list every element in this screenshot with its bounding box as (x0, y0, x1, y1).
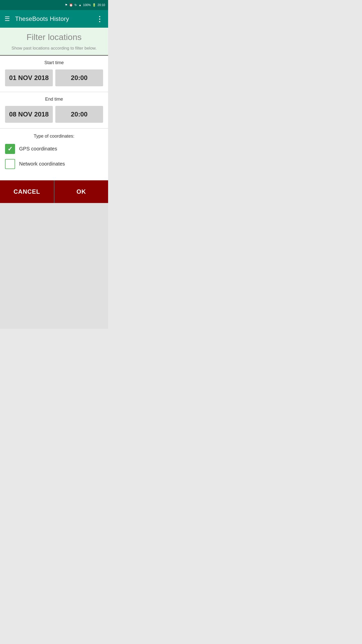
start-date-button[interactable]: 01 NOV 2018 (5, 69, 53, 86)
sync-icon: ↻ (74, 3, 77, 7)
start-time-button[interactable]: 20:00 (55, 69, 103, 86)
coordinates-section: Type of coordinates: GPS coordinates Net… (0, 129, 108, 180)
ok-button[interactable]: OK (55, 180, 108, 203)
start-time-section: Start time 01 NOV 2018 20:00 (0, 56, 108, 92)
gps-label: GPS coordinates (19, 146, 57, 152)
start-time-label: Start time (5, 60, 103, 65)
end-date-button[interactable]: 08 NOV 2018 (5, 106, 53, 123)
filter-subtitle: Show past locations according to filter … (5, 45, 103, 52)
coordinates-title: Type of coordinates: (5, 134, 103, 139)
app-bar: ☰ TheseBoots History ⋮ (0, 10, 108, 28)
start-time-row: 01 NOV 2018 20:00 (5, 69, 103, 86)
end-time-section: End time 08 NOV 2018 20:00 (0, 92, 108, 129)
status-bar: ⚑ ⏰ ↻ ▲ 100% 🔋 20:10 (0, 0, 108, 10)
end-time-row: 08 NOV 2018 20:00 (5, 106, 103, 123)
end-time-button[interactable]: 20:00 (55, 106, 103, 123)
gray-area (0, 203, 108, 329)
filter-header: Filter locations Show past locations acc… (0, 28, 108, 56)
gps-checkbox-row: GPS coordinates (5, 144, 103, 154)
app-title: TheseBoots History (15, 15, 96, 22)
signal-icon: ▲ (78, 3, 81, 7)
network-checkbox[interactable] (5, 159, 15, 169)
gps-checkbox[interactable] (5, 144, 15, 154)
network-checkbox-row: Network coordinates (5, 159, 103, 169)
alarm-icon: ⏰ (69, 3, 73, 7)
main-content: Start time 01 NOV 2018 20:00 End time 08… (0, 56, 108, 180)
battery-percent: 100% (83, 3, 91, 7)
cancel-button[interactable]: CANCEL (0, 180, 55, 203)
network-label: Network coordinates (19, 161, 65, 167)
status-icons: ⚑ ⏰ ↻ ▲ 100% 🔋 20:10 (65, 3, 105, 7)
time-display: 20:10 (98, 3, 105, 7)
more-icon[interactable]: ⋮ (96, 15, 104, 23)
filter-title: Filter locations (5, 32, 103, 42)
battery-icon: 🔋 (92, 3, 96, 7)
end-time-label: End time (5, 97, 103, 102)
action-bar: CANCEL OK (0, 180, 108, 203)
menu-icon[interactable]: ☰ (5, 16, 10, 22)
location-icon: ⚑ (65, 3, 68, 7)
